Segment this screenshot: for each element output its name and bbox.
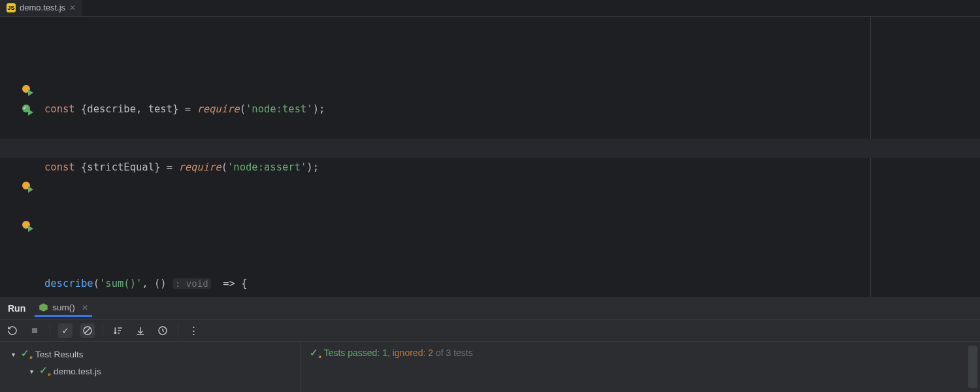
close-icon[interactable]: ✕: [69, 3, 76, 12]
svg-rect-1: [32, 328, 37, 333]
code-editor[interactable]: ✓ const {describe, test} = require('node…: [0, 17, 980, 297]
js-file-icon: JS: [7, 3, 16, 12]
file-tab-bar: JS demo.test.js ✕: [0, 0, 980, 17]
run-header: Run sum() ✕: [0, 297, 980, 319]
run-config-name: sum(): [52, 302, 75, 312]
tree-file-row[interactable]: ▾ ✓» demo.test.js: [0, 363, 300, 380]
tree-root-row[interactable]: ▾ ✓» Test Results: [0, 346, 300, 363]
run-label[interactable]: Run: [8, 303, 25, 314]
check-icon: ✓»: [21, 348, 33, 361]
more-icon[interactable]: ⋮: [186, 323, 201, 338]
chevron-down-icon[interactable]: ▾: [8, 351, 18, 358]
run-toolbar: ✓ ⋮: [0, 319, 980, 342]
chevron-down-icon[interactable]: ▾: [26, 368, 37, 375]
show-passed-icon[interactable]: ✓: [58, 323, 73, 338]
file-tab-name: demo.test.js: [20, 3, 65, 12]
run-test-gutter-icon[interactable]: [22, 221, 33, 231]
test-summary: ✓» Tests passed: 1, ignored: 2 of 3 test…: [310, 347, 971, 360]
scrollbar[interactable]: [968, 346, 977, 388]
run-tool-window: Run sum() ✕ ✓ ⋮: [0, 297, 980, 392]
history-icon[interactable]: [155, 323, 170, 338]
stop-icon[interactable]: [27, 323, 42, 338]
test-output[interactable]: ✓» Tests passed: 1, ignored: 2 of 3 test…: [301, 342, 980, 392]
test-tree[interactable]: ▾ ✓» Test Results ▾ ✓» demo.test.js: [0, 342, 301, 392]
file-tab[interactable]: JS demo.test.js ✕: [0, 0, 82, 16]
run-test-gutter-icon[interactable]: [22, 182, 33, 192]
svg-marker-0: [39, 303, 48, 312]
run-content: ▾ ✓» Test Results ▾ ✓» demo.test.js ✓» T…: [0, 342, 980, 392]
rerun-icon[interactable]: [5, 323, 20, 338]
svg-line-3: [85, 328, 90, 333]
run-test-gutter-icon[interactable]: [22, 85, 33, 95]
import-results-icon[interactable]: [133, 323, 148, 338]
current-line-highlight: [0, 139, 980, 158]
check-icon: ✓»: [39, 365, 51, 378]
close-icon[interactable]: ✕: [82, 303, 88, 312]
node-icon: [39, 302, 48, 312]
tree-root-label: Test Results: [35, 350, 84, 359]
show-ignored-icon[interactable]: [80, 323, 95, 338]
sort-icon[interactable]: [111, 323, 125, 338]
check-icon: ✓»: [310, 347, 321, 358]
code-area[interactable]: const {describe, test} = require('node:t…: [39, 17, 980, 297]
tree-file-label: demo.test.js: [54, 367, 101, 376]
run-config-tab[interactable]: sum() ✕: [35, 300, 92, 317]
run-test-pass-gutter-icon[interactable]: ✓: [22, 105, 33, 115]
